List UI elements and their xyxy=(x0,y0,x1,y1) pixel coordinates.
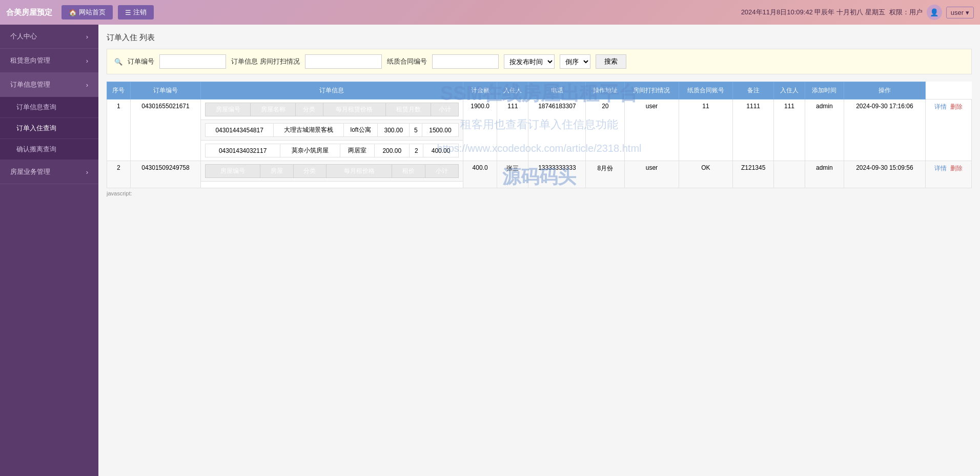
sub-th-house-no: 房屋编号 xyxy=(206,103,251,116)
sub-table-header-2: 房屋编号 房屋 分类 每月租价格 租价 小计 xyxy=(205,164,459,178)
header-right: 2024年11月8日10:09:42 甲辰年 十月初八 星期五 权限：用户 👤 … xyxy=(741,5,974,20)
sub-data-row-1: 04301443454817 大理古城湖景客栈 loft公寓 300.00 5 … xyxy=(201,120,463,141)
sidebar-item-orders[interactable]: 订单信息管理 › xyxy=(0,73,98,97)
cell-address-2: 8月份 xyxy=(586,161,625,188)
table-container: SSM在线房屋出租平台 租客用也查看订单入住信息功能 https://www.x… xyxy=(107,82,972,188)
chevron-right-icon: › xyxy=(86,168,88,176)
order-info-label: 订单信息 房间打扫情况 xyxy=(231,57,300,66)
sub-th-house-no-2: 房屋编号 xyxy=(206,165,260,178)
sidebar-item-house[interactable]: 房屋业务管理 › xyxy=(0,160,98,184)
order-info-input[interactable] xyxy=(305,54,382,69)
search-icon: 🔍 xyxy=(114,58,122,66)
sidebar-item-rental[interactable]: 租赁意向管理 › xyxy=(0,49,98,73)
sub-th-monthly-price-2: 每月租价格 xyxy=(326,165,392,178)
cell-clean-1: 11 xyxy=(679,100,733,161)
page-title: 订单入住 列表 xyxy=(107,33,972,43)
sort-select[interactable]: 按发布时间 按编号 按价格 xyxy=(504,54,555,69)
home-button[interactable]: 🏠 网站首页 xyxy=(62,5,113,19)
cell-added-by-1: admin xyxy=(805,100,844,161)
chevron-right-icon: › xyxy=(86,57,88,65)
sidebar-sub-menu: 订单信息查询 订单入住查询 确认搬离查询 xyxy=(0,97,98,160)
contract-no-input[interactable] xyxy=(432,54,499,69)
cell-order-info-2b xyxy=(201,182,463,188)
delete-link-2[interactable]: 删除 xyxy=(950,165,963,172)
sub-cell-house-no: 04301443454817 xyxy=(206,124,274,137)
sub-row: 04301434032117 莫奈小筑房屋 两居室 200.00 2 400.0… xyxy=(206,144,459,157)
cell-order-info-1: 房屋编号 房屋名称 分类 每月租赁价格 租赁月数 小计 xyxy=(201,100,463,120)
cell-actions-1: 详情 删除 xyxy=(926,100,972,161)
main-layout: 个人中心 › 租赁意向管理 › 订单信息管理 › 订单信息查询 订单入住查询 确… xyxy=(0,25,980,476)
app-logo: 合美房屋预定 xyxy=(6,8,52,17)
sub-cell-months-2: 2 xyxy=(410,144,423,157)
sub-th-subtotal-2: 小计 xyxy=(425,165,458,178)
cell-address-1: 20 xyxy=(586,100,625,161)
main-content: 订单入住 列表 🔍 订单编号 订单信息 房间打扫情况 纸质合同编号 按发布时间 … xyxy=(98,25,980,476)
cell-total-1: 1900.0 xyxy=(463,100,497,161)
cell-order-no-2: 04301509249758 xyxy=(130,161,200,188)
cell-tenant-1: 111 xyxy=(497,100,528,161)
th-order-info: 订单信息 xyxy=(201,82,463,100)
detail-link-1[interactable]: 详情 xyxy=(934,103,947,110)
cell-seq-1: 1 xyxy=(107,100,131,161)
sidebar-item-checkout-query[interactable]: 确认搬离查询 xyxy=(0,139,98,160)
detail-link-2[interactable]: 详情 xyxy=(934,165,947,172)
th-total: 计金额 xyxy=(463,82,497,100)
sidebar-house-label: 房屋业务管理 xyxy=(10,167,50,176)
sidebar-item-personal[interactable]: 个人中心 › xyxy=(0,25,98,49)
cell-total-2: 400.0 xyxy=(463,161,497,188)
sidebar-rental-label: 租赁意向管理 xyxy=(10,56,50,65)
sub-cell-house-name-2: 莫奈小筑房屋 xyxy=(280,144,340,157)
sidebar-personal-label: 个人中心 xyxy=(10,32,37,41)
search-button[interactable]: 搜索 xyxy=(596,54,626,69)
order-select[interactable]: 倒序 正序 xyxy=(560,54,590,69)
th-order-no: 订单编号 xyxy=(130,82,200,100)
cell-added-by-2: admin xyxy=(805,161,844,188)
order-no-label: 订单编号 xyxy=(128,57,154,66)
order-no-input[interactable] xyxy=(159,54,226,69)
user-menu-button[interactable]: user ▾ xyxy=(946,7,974,18)
delete-link-1[interactable]: 删除 xyxy=(950,103,963,110)
home-icon: 🏠 xyxy=(69,9,77,16)
th-phone: 电话 xyxy=(528,82,586,100)
cell-order-no-1: 04301655021671 xyxy=(130,100,200,161)
sub-cell-house-no-2: 04301434032117 xyxy=(206,144,280,157)
sub-table-data-2: 04301434032117 莫奈小筑房屋 两居室 200.00 2 400.0… xyxy=(205,144,459,157)
cell-add-time-2: 2024-09-30 15:09:56 xyxy=(844,161,925,188)
sub-cell-price-2: 200.00 xyxy=(375,144,410,157)
cell-user-1: user xyxy=(625,100,679,161)
sidebar-orders-label: 订单信息管理 xyxy=(10,80,50,89)
status-text: javascript: xyxy=(107,190,132,196)
th-clean: 房间打扫情况 xyxy=(625,82,679,100)
datetime-display: 2024年11月8日10:09:42 甲辰年 十月初八 星期五 xyxy=(741,8,885,17)
sub-th-monthly-price: 每月租赁价格 xyxy=(323,103,386,116)
th-seq: 序号 xyxy=(107,82,131,100)
sub-cell-months: 5 xyxy=(410,124,422,137)
cell-contract-2: Z121345 xyxy=(733,161,774,188)
sub-table-data-1: 04301443454817 大理古城湖景客栈 loft公寓 300.00 5 … xyxy=(205,123,459,137)
sub-cell-house-name: 大理古城湖景客栈 xyxy=(274,124,344,137)
chevron-down-icon: ▾ xyxy=(966,9,969,16)
status-bar: javascript: xyxy=(107,190,972,196)
sub-row: 04301443454817 大理古城湖景客栈 loft公寓 300.00 5 … xyxy=(206,124,459,137)
sidebar-item-order-query[interactable]: 订单信息查询 xyxy=(0,97,98,118)
sub-th-category: 分类 xyxy=(296,103,323,116)
cell-tenant-2: 张三 xyxy=(497,161,528,188)
table-row: 1 04301655021671 房屋编号 房屋名称 分类 每月租赁价格 xyxy=(107,100,972,120)
sub-th-rent-price-2: 租价 xyxy=(392,165,425,178)
cell-order-info-2a: 房屋编号 房屋 分类 每月租价格 租价 小计 xyxy=(201,161,463,182)
sub-th-months: 租赁月数 xyxy=(386,103,431,116)
sub-th-subtotal: 小计 xyxy=(431,103,458,116)
permission-label: 权限：用户 xyxy=(889,8,923,17)
cell-clean-2: OK xyxy=(679,161,733,188)
cell-seq-2: 2 xyxy=(107,161,131,188)
header: 合美房屋预定 🏠 网站首页 ☰ 注销 2024年11月8日10:09:42 甲辰… xyxy=(0,0,980,25)
user-avatar: 👤 xyxy=(927,5,942,20)
cell-actions-2: 详情 删除 xyxy=(926,161,972,188)
sub-cell-category: loft公寓 xyxy=(343,124,377,137)
logout-icon: ☰ xyxy=(125,9,131,16)
th-contract: 纸质合同账号 xyxy=(679,82,733,100)
cell-phone-1: 18746183307 xyxy=(528,100,586,161)
sub-th-category-2: 分类 xyxy=(293,165,326,178)
logout-button[interactable]: ☰ 注销 xyxy=(118,5,154,19)
sidebar-item-checkin-query[interactable]: 订单入住查询 xyxy=(0,118,98,139)
